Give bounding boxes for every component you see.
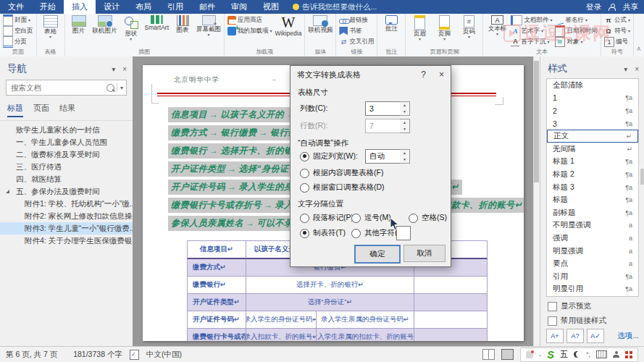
tell-me-box[interactable]: 告诉我您想要做什么...: [287, 0, 382, 14]
button-图表[interactable]: 图表: [170, 14, 195, 48]
navigation-dropdown-icon[interactable]: ▾: [112, 65, 115, 73]
tab-引用[interactable]: 引用: [159, 0, 191, 14]
nav-heading-item[interactable]: 附件1: 学校、托幼机构“一小”缴...: [0, 198, 133, 210]
sogou-skin-icon[interactable]: [526, 351, 533, 358]
print-layout-icon[interactable]: [501, 349, 514, 360]
commas-radio[interactable]: 逗号(M): [351, 213, 391, 223]
nav-heading-item[interactable]: 四、就医结算: [0, 173, 133, 185]
style-item-1[interactable]: 1¶a: [547, 92, 638, 105]
nav-heading-item[interactable]: 附件3: 学生儿童“一小”银行缴费...: [0, 222, 133, 235]
nav-heading-item[interactable]: 附件2: 家长网上修改扣款信息操...: [0, 210, 133, 222]
button-应用商店[interactable]: 应用商店: [226, 14, 274, 25]
style-item-3[interactable]: 3¶a: [547, 117, 638, 130]
tab-设计[interactable]: 设计: [96, 0, 127, 14]
ok-button[interactable]: 确定: [354, 245, 401, 264]
style-item-明显强调[interactable]: 明显强调a: [547, 245, 638, 258]
dialog-close-icon[interactable]: ×: [439, 70, 444, 80]
tab-审阅[interactable]: 审阅: [223, 0, 255, 14]
paragraph-marks-radio[interactable]: 段落标记(P): [300, 213, 354, 223]
nav-tab-标题[interactable]: 标题: [7, 103, 23, 117]
nav-heading-item[interactable]: 附件4: 关于办理学生医保缴费银...: [0, 235, 133, 247]
nav-heading-item[interactable]: 三、医疗待遇: [0, 161, 133, 173]
style-item-要点[interactable]: 要点a: [547, 257, 638, 270]
autofit-contents-radio[interactable]: 根据内容调整表格(F): [300, 168, 383, 178]
proofing-icon[interactable]: [130, 350, 139, 360]
style-item-副标题[interactable]: 副标题¶a: [547, 206, 638, 219]
button-编号[interactable]: 1编号: [603, 36, 632, 47]
cancel-button[interactable]: 取消: [403, 245, 446, 262]
dialog-help-icon[interactable]: ?: [421, 70, 426, 80]
button-签名行[interactable]: 签名行▾: [553, 14, 599, 25]
search-input[interactable]: [7, 83, 104, 92]
nav-heading-item[interactable]: 二、缴费标准及享受时间: [0, 148, 133, 161]
button-日期和时间[interactable]: 日期和时间: [553, 25, 599, 36]
share-button[interactable]: 共享: [623, 2, 638, 12]
night-mode-icon[interactable]: [574, 351, 580, 358]
nav-heading-item[interactable]: 致学生儿童家长的一封信: [0, 124, 133, 136]
collapse-ribbon-icon[interactable]: ∧: [636, 45, 641, 52]
manage-styles-button[interactable]: A✓: [587, 329, 604, 343]
button-表格[interactable]: 表格 ▾: [38, 14, 63, 48]
button-页码[interactable]: #页码 ▾: [456, 14, 481, 48]
fixed-width-spinner[interactable]: ▲▼: [400, 149, 410, 164]
style-item-引用[interactable]: 引用¶a: [547, 270, 638, 283]
style-inspector-button[interactable]: A?: [566, 329, 584, 343]
button-超链接[interactable]: 超链接: [338, 14, 375, 25]
button-联机视频[interactable]: 联机视频: [306, 14, 334, 48]
search-icon[interactable]: [106, 84, 114, 92]
style-item-2[interactable]: 2¶a: [547, 104, 638, 117]
style-item-标题[interactable]: 标题¶a: [547, 193, 638, 206]
button-封面[interactable]: 封面▾: [1, 14, 35, 25]
button-我的加载项[interactable]: 我的加载项▾: [226, 25, 274, 36]
show-preview-row[interactable]: 显示预览: [548, 301, 637, 311]
tab-开始[interactable]: 开始: [32, 0, 64, 14]
button-形状[interactable]: 形状 ▾: [119, 14, 143, 48]
button-分页[interactable]: 分页: [1, 36, 35, 47]
search-dropdown-icon[interactable]: ▾: [117, 85, 126, 91]
tab-邮件[interactable]: 邮件: [191, 0, 223, 14]
word-count[interactable]: 181/3738 个字: [73, 350, 122, 360]
button-首字下沉[interactable]: A首字下沉▾: [509, 36, 553, 47]
tab-插入[interactable]: 插入: [64, 0, 96, 14]
sogou-toolbox-icon[interactable]: [625, 351, 632, 358]
button-页脚[interactable]: 页脚 ▾: [432, 14, 456, 48]
sogou-minimize-icon[interactable]: -: [539, 350, 542, 359]
show-preview-checkbox[interactable]: [548, 302, 557, 311]
nav-tab-结果[interactable]: 结果: [59, 103, 75, 117]
nav-heading-item[interactable]: 五、参保办法及缴费时间: [0, 185, 133, 198]
disable-linked-row[interactable]: 禁用链接样式: [548, 316, 637, 326]
style-item-标题 3[interactable]: 标题 3¶a: [547, 181, 638, 194]
autofit-window-radio[interactable]: 根据窗口调整表格(D): [300, 182, 385, 193]
read-mode-icon[interactable]: [482, 349, 495, 360]
button-艺术字[interactable]: A艺术字▾: [509, 25, 553, 36]
document-scrollbar-thumb[interactable]: [534, 61, 539, 182]
columns-spinner[interactable]: ▲▼: [400, 101, 410, 116]
tabs-radio[interactable]: 制表符(T): [300, 228, 346, 238]
button-交叉引用[interactable]: ⇄交叉引用: [338, 36, 375, 47]
tab-布局[interactable]: 布局: [127, 0, 159, 14]
navigation-close-icon[interactable]: ×: [122, 65, 127, 73]
style-item-全部清除[interactable]: 全部清除: [547, 79, 638, 92]
button-批注[interactable]: 批注: [379, 14, 403, 48]
soft-keyboard-icon[interactable]: [596, 350, 607, 358]
disable-linked-checkbox[interactable]: [548, 316, 557, 326]
button-页眉[interactable]: 页眉 ▾: [407, 14, 432, 48]
button-对象[interactable]: 对象▾: [553, 36, 599, 47]
styles-scrollbar-thumb[interactable]: [640, 169, 644, 185]
rows-input[interactable]: 7: [365, 119, 404, 133]
dialog-titlebar[interactable]: 将文字转换成表格 ? ×: [290, 66, 451, 83]
sign-in-button[interactable]: 登录: [586, 2, 601, 12]
document-search-box[interactable]: ▾: [6, 80, 127, 96]
button-文档部件[interactable]: 文档部件▾: [509, 14, 553, 25]
button-书签[interactable]: 书签: [338, 25, 375, 36]
button-Wikipedia[interactable]: WWikipedia: [274, 14, 304, 48]
button-文本框[interactable]: A文本框 ▾: [485, 14, 509, 48]
button-SmartArt[interactable]: SmartArt: [143, 14, 171, 48]
nav-tab-页面[interactable]: 页面: [33, 103, 49, 117]
button-公式[interactable]: π公式▾: [603, 14, 632, 25]
button-屏幕截图[interactable]: 屏幕截图 ▾: [195, 14, 222, 48]
tab-文件[interactable]: 文件: [0, 0, 32, 14]
rows-spinner[interactable]: ▲▼: [400, 119, 410, 133]
punctuation-icon[interactable]: °,: [586, 351, 590, 358]
expand-triangle-icon[interactable]: [6, 190, 9, 193]
